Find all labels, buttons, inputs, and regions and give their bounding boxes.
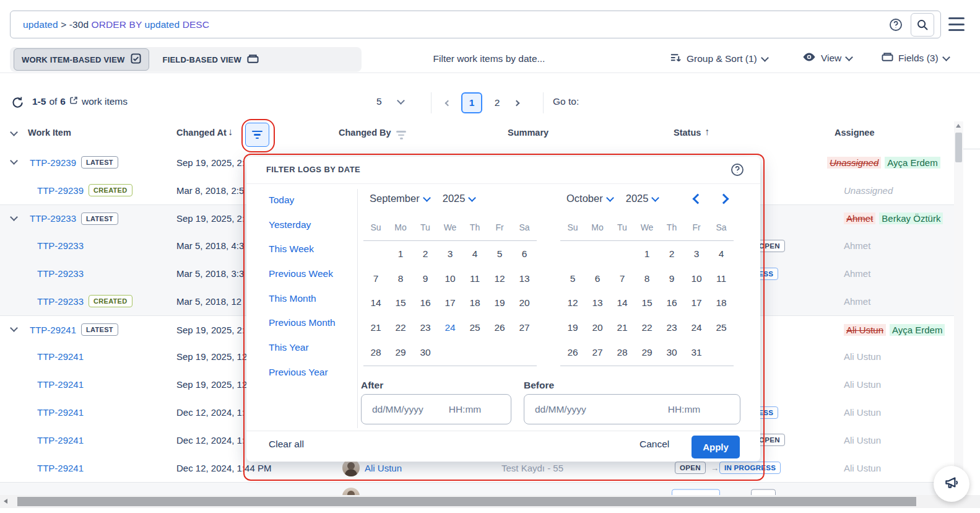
calendar-day-16[interactable]: 16 <box>659 291 684 315</box>
calendar-day-18[interactable]: 18 <box>709 291 734 315</box>
calendar-day-12[interactable]: 12 <box>560 291 585 315</box>
calendar-day-28[interactable]: 28 <box>363 340 388 365</box>
calendar-day-20[interactable]: 20 <box>585 315 610 340</box>
clear-all-button[interactable]: Clear all <box>269 439 304 450</box>
month-select[interactable]: October <box>566 193 603 204</box>
year-select[interactable]: 2025 <box>626 193 649 204</box>
calendar-day-11[interactable]: 11 <box>462 266 487 291</box>
work-item-link[interactable]: TTP-29233 <box>37 240 84 251</box>
calendar-day-30[interactable]: 30 <box>413 340 438 365</box>
cancel-button[interactable]: Cancel <box>640 439 669 450</box>
calendar-day-8[interactable]: 8 <box>388 266 413 291</box>
calendar-day-9[interactable]: 9 <box>659 266 684 291</box>
calendar-day-1[interactable]: 1 <box>388 242 413 266</box>
calendar-day-12[interactable]: 12 <box>487 266 512 291</box>
work-item-link[interactable]: TTP-29233 <box>30 213 76 224</box>
calendar-day-4[interactable]: 4 <box>709 242 734 266</box>
calendar-day-27[interactable]: 27 <box>585 340 610 365</box>
quick-link-this-month[interactable]: This Month <box>269 286 336 311</box>
calendar-day-8[interactable]: 8 <box>635 266 659 291</box>
work-item-link[interactable]: TTP-29241 <box>37 379 84 390</box>
row-expand-icon[interactable] <box>10 213 18 221</box>
calendar-day-24[interactable]: 24 <box>684 315 709 340</box>
calendar-day-26[interactable]: 26 <box>487 315 512 340</box>
calendar-day-22[interactable]: 22 <box>635 315 659 340</box>
quick-link-today[interactable]: Today <box>269 188 336 213</box>
vertical-scrollbar[interactable] <box>954 121 963 495</box>
quick-link-previous-month[interactable]: Previous Month <box>269 310 336 335</box>
next-month-icon[interactable] <box>719 194 729 204</box>
calendar-day-25[interactable]: 25 <box>462 315 487 340</box>
calendar-day-29[interactable]: 29 <box>388 340 413 365</box>
calendar-day-28[interactable]: 28 <box>610 340 635 365</box>
calendar-day-16[interactable]: 16 <box>413 291 438 315</box>
work-item-link[interactable]: TTP-29241 <box>37 351 84 362</box>
calendar-day-13[interactable]: 13 <box>585 291 610 315</box>
work-item-link[interactable]: TTP-29241 <box>30 325 76 335</box>
work-item-link[interactable]: TTP-29241 <box>37 435 84 445</box>
calendar-day-9[interactable]: 9 <box>413 266 438 291</box>
calendar-day-31[interactable]: 31 <box>684 340 709 365</box>
calendar-day-13[interactable]: 13 <box>512 266 537 291</box>
work-item-link[interactable]: TTP-29241 <box>37 407 84 418</box>
calendar-day-30[interactable]: 30 <box>659 340 684 365</box>
row-expand-icon[interactable] <box>10 157 18 165</box>
calendar-day-21[interactable]: 21 <box>363 315 388 340</box>
horizontal-scrollbar[interactable] <box>0 495 980 508</box>
feedback-megaphone-button[interactable] <box>934 466 969 502</box>
popup-help-icon[interactable] <box>731 163 744 179</box>
work-item-link[interactable]: TTP-29239 <box>37 185 84 196</box>
row-expand-icon[interactable] <box>10 324 18 332</box>
calendar-day-10[interactable]: 10 <box>684 266 709 291</box>
calendar-day-24[interactable]: 24 <box>438 315 462 340</box>
calendar-day-17[interactable]: 17 <box>684 291 709 315</box>
calendar-day-4[interactable]: 4 <box>462 242 487 266</box>
work-item-link[interactable]: TTP-29233 <box>37 268 84 279</box>
quick-link-previous-week[interactable]: Previous Week <box>269 261 336 286</box>
calendar-day-26[interactable]: 26 <box>560 340 585 365</box>
prev-month-icon[interactable] <box>693 194 703 204</box>
calendar-day-11[interactable]: 11 <box>709 266 734 291</box>
calendar-day-20[interactable]: 20 <box>512 291 537 315</box>
quick-link-yesterday[interactable]: Yesterday <box>269 213 336 237</box>
year-select[interactable]: 2025 <box>443 193 466 204</box>
calendar-day-2[interactable]: 2 <box>659 242 684 266</box>
calendar-day-6[interactable]: 6 <box>512 242 537 266</box>
apply-button[interactable]: Apply <box>692 436 740 458</box>
quick-link-previous-year[interactable]: Previous Year <box>269 360 336 385</box>
calendar-day-2[interactable]: 2 <box>413 242 438 266</box>
quick-link-this-year[interactable]: This Year <box>269 335 336 360</box>
calendar-day-27[interactable]: 27 <box>512 315 537 340</box>
after-date-input[interactable]: dd/MM/yyyy HH:mm <box>361 394 511 424</box>
work-item-link[interactable]: TTP-29239 <box>30 157 76 168</box>
work-item-link[interactable]: TTP-29241 <box>37 463 84 473</box>
calendar-day-19[interactable]: 19 <box>487 291 512 315</box>
calendar-day-3[interactable]: 3 <box>684 242 709 266</box>
calendar-day-5[interactable]: 5 <box>560 266 585 291</box>
calendar-day-3[interactable]: 3 <box>438 242 462 266</box>
calendar-day-7[interactable]: 7 <box>363 266 388 291</box>
work-item-link[interactable]: TTP-29233 <box>37 296 84 307</box>
calendar-day-23[interactable]: 23 <box>413 315 438 340</box>
before-date-input[interactable]: dd/MM/yyyy HH:mm <box>524 394 740 424</box>
calendar-day-21[interactable]: 21 <box>610 315 635 340</box>
calendar-day-18[interactable]: 18 <box>462 291 487 315</box>
calendar-day-14[interactable]: 14 <box>363 291 388 315</box>
calendar-day-15[interactable]: 15 <box>635 291 659 315</box>
changed-by-link[interactable]: Ali Ustun <box>365 463 402 473</box>
calendar-day-10[interactable]: 10 <box>438 266 462 291</box>
calendar-day-1[interactable]: 1 <box>635 242 659 266</box>
calendar-day-14[interactable]: 14 <box>610 291 635 315</box>
calendar-day-25[interactable]: 25 <box>709 315 734 340</box>
calendar-day-19[interactable]: 19 <box>560 315 585 340</box>
month-select[interactable]: September <box>370 193 420 204</box>
calendar-day-15[interactable]: 15 <box>388 291 413 315</box>
calendar-day-5[interactable]: 5 <box>487 242 512 266</box>
calendar-day-6[interactable]: 6 <box>585 266 610 291</box>
calendar-day-23[interactable]: 23 <box>659 315 684 340</box>
calendar-day-29[interactable]: 29 <box>635 340 659 365</box>
calendar-day-22[interactable]: 22 <box>388 315 413 340</box>
calendar-day-7[interactable]: 7 <box>610 266 635 291</box>
calendar-day-17[interactable]: 17 <box>438 291 462 315</box>
quick-link-this-week[interactable]: This Week <box>269 237 336 261</box>
